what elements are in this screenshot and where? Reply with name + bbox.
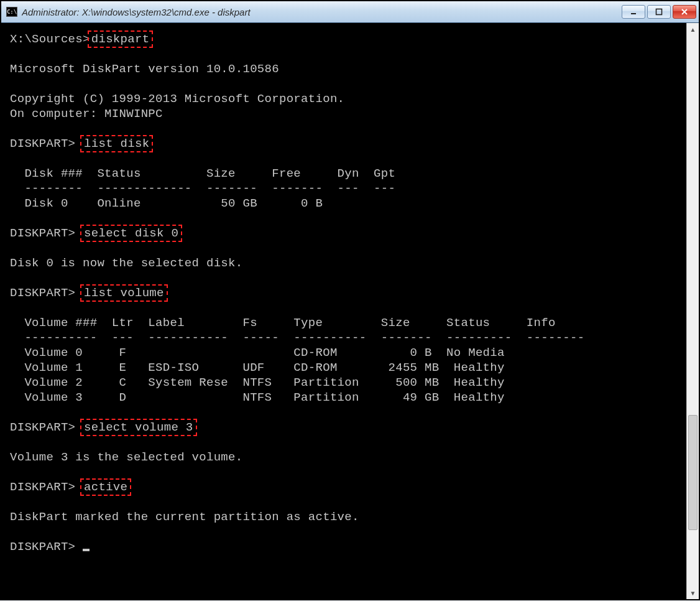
terminal[interactable]: X:\Sources>diskpart Microsoft DiskPart v…: [1, 23, 686, 599]
prompt-sources: X:\Sources>: [10, 32, 90, 46]
window-title: Administrator: X:\windows\system32\cmd.e…: [22, 7, 622, 17]
cmd-list-volume: list volume: [84, 286, 164, 300]
cmd-select-volume: select volume 3: [84, 421, 193, 434]
diskpart-prompt: DISKPART>: [10, 480, 83, 494]
minimize-icon: [630, 8, 637, 16]
diskpart-prompt: DISKPART>: [10, 540, 83, 554]
vol-selected-msg: Volume 3 is the selected volume.: [10, 450, 242, 464]
highlight-diskpart: diskpart: [88, 30, 154, 48]
diskpart-prompt: DISKPART>: [10, 421, 83, 434]
diskpart-prompt: DISKPART>: [10, 226, 83, 240]
disk-selected-msg: Disk 0 is now the selected disk.: [10, 256, 242, 270]
scroll-thumb[interactable]: [688, 415, 698, 530]
cmd-select-disk: select disk 0: [84, 226, 178, 240]
client-area: X:\Sources>diskpart Microsoft DiskPart v…: [1, 22, 699, 599]
disk-row-0: Disk 0 Online 50 GB 0 B: [10, 197, 323, 210]
svg-rect-0: [631, 13, 636, 14]
maximize-button[interactable]: [647, 5, 671, 19]
copyright-line: Copyright (C) 1999-2013 Microsoft Corpor…: [10, 92, 344, 106]
diskpart-prompt: DISKPART>: [10, 286, 83, 300]
diskpart-prompt: DISKPART>: [10, 137, 83, 151]
vol-divider: ---------- --- ----------- ----- -------…: [10, 331, 584, 345]
computer-line: On computer: MINWINPC: [10, 107, 163, 121]
scroll-up-button[interactable]: ▲: [687, 23, 699, 35]
highlight-select-volume: select volume 3: [80, 419, 197, 436]
vol-row-0: Volume 0 F CD-ROM 0 B No Media: [10, 346, 505, 360]
close-button[interactable]: [673, 5, 696, 19]
cmd-window: C:\ Administrator: X:\windows\system32\c…: [0, 0, 700, 600]
close-icon: [681, 8, 688, 16]
vol-row-3: Volume 3 D NTFS Partition 49 GB Healthy: [10, 391, 505, 404]
disk-header: Disk ### Status Size Free Dyn Gpt: [10, 167, 395, 180]
highlight-select-disk: select disk 0: [80, 225, 182, 242]
scroll-down-button[interactable]: ▼: [687, 587, 699, 599]
cmd-diskpart: diskpart: [91, 32, 150, 46]
cmd-list-disk: list disk: [84, 137, 149, 151]
highlight-list-volume: list volume: [80, 284, 168, 302]
version-line: Microsoft DiskPart version 10.0.10586: [10, 62, 279, 76]
minimize-button[interactable]: [622, 5, 645, 19]
vol-row-2: Volume 2 C System Rese NTFS Partition 50…: [10, 376, 505, 389]
maximize-icon: [655, 8, 663, 16]
vertical-scrollbar[interactable]: ▲ ▼: [686, 23, 699, 599]
highlight-list-disk: list disk: [80, 135, 153, 152]
disk-divider: -------- ------------- ------- ------- -…: [10, 182, 395, 195]
cmd-active: active: [84, 480, 127, 494]
svg-rect-1: [656, 9, 662, 15]
highlight-active: active: [80, 478, 131, 496]
window-control-buttons: [622, 5, 696, 19]
cursor: [83, 549, 90, 551]
vol-header: Volume ### Ltr Label Fs Type Size Status…: [10, 316, 556, 330]
active-msg: DiskPart marked the current partition as…: [10, 510, 359, 524]
vol-row-1: Volume 1 E ESD-ISO UDF CD-ROM 2455 MB He…: [10, 361, 505, 375]
cmd-sysmenu-icon[interactable]: C:\: [6, 7, 17, 17]
titlebar[interactable]: C:\ Administrator: X:\windows\system32\c…: [1, 1, 699, 22]
